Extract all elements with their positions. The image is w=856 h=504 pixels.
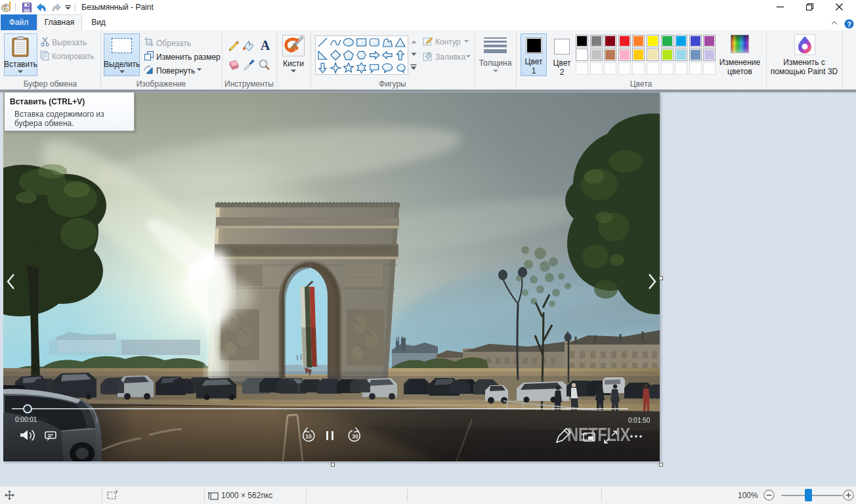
svg-text:NETFLIX: NETFLIX bbox=[567, 423, 630, 445]
svg-text:10: 10 bbox=[305, 433, 312, 440]
svg-text:0:00:01: 0:00:01 bbox=[15, 416, 37, 423]
svg-text:0:01:50: 0:01:50 bbox=[628, 417, 651, 424]
svg-text:30: 30 bbox=[352, 433, 358, 440]
svg-text:?: ? bbox=[847, 20, 851, 28]
